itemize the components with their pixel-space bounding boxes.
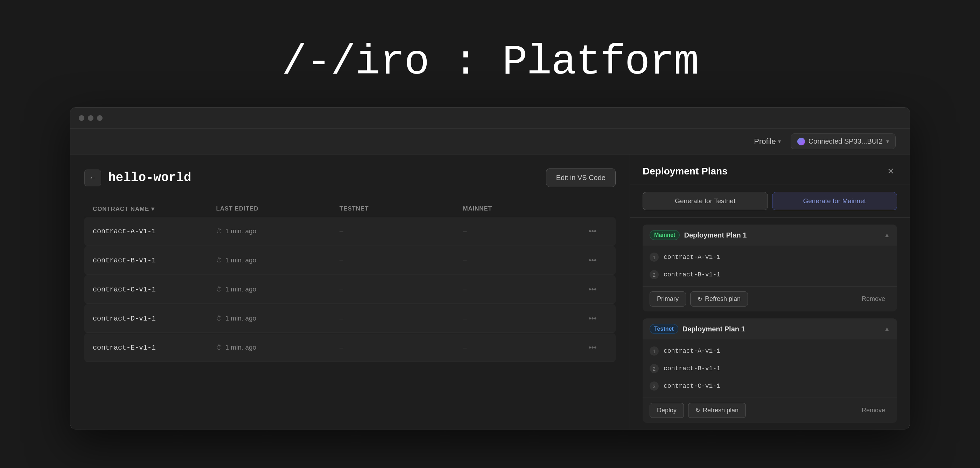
title-bar	[70, 107, 910, 129]
chevron-up-icon[interactable]: ▲	[884, 326, 890, 333]
deployment-plan-card: Mainnet Deployment Plan 1 ▲ 1 contract-A…	[643, 225, 897, 311]
mainnet-cell: –	[463, 227, 587, 235]
profile-label: Profile	[754, 137, 776, 146]
time-value: 1 min. ago	[225, 343, 256, 351]
generate-mainnet-button[interactable]: Generate for Mainnet	[772, 192, 897, 210]
last-edited-cell: ⏱ 1 min. ago	[216, 227, 340, 235]
more-options-button[interactable]: •••	[586, 283, 599, 295]
traffic-light-green[interactable]	[97, 115, 103, 121]
table-row: contract-C-v1-1 ⏱ 1 min. ago – – •••	[84, 275, 616, 304]
traffic-light-red[interactable]	[79, 115, 84, 121]
remove-button[interactable]: Remove	[857, 403, 890, 418]
contract-name-cell: contract-B-v1-1	[93, 256, 216, 265]
clock-icon: ⏱	[216, 286, 223, 293]
network-badge: Mainnet	[650, 230, 680, 240]
last-edited-cell: ⏱ 1 min. ago	[216, 256, 340, 264]
contract-number: 1	[650, 347, 659, 356]
dp-contract-item: 2 contract-B-v1-1	[643, 360, 897, 377]
dp-title: Deployment Plans	[643, 166, 728, 177]
contracts-table: contract-A-v1-1 ⏱ 1 min. ago – – ••• con…	[84, 217, 616, 362]
more-options-button[interactable]: •••	[586, 312, 599, 325]
dp-contract-name: contract-A-v1-1	[663, 254, 720, 260]
contract-number: 2	[650, 270, 659, 279]
table-row: contract-D-v1-1 ⏱ 1 min. ago – – •••	[84, 304, 616, 333]
remove-button[interactable]: Remove	[857, 292, 890, 306]
dp-card-footer: Deploy ↻ Refresh plan Remove	[643, 398, 897, 423]
clock-icon: ⏱	[216, 228, 223, 235]
col-actions	[586, 205, 607, 212]
wallet-avatar	[797, 138, 805, 145]
app-window: Profile ▾ Connected SP33...BUI2 ▾ ← hell…	[70, 107, 910, 430]
back-arrow-icon: ←	[89, 173, 97, 182]
connected-wallet-button[interactable]: Connected SP33...BUI2 ▾	[791, 133, 896, 149]
refresh-icon: ↻	[698, 295, 702, 302]
mainnet-cell: –	[463, 256, 587, 265]
last-edited-cell: ⏱ 1 min. ago	[216, 315, 340, 322]
primary-button[interactable]: Primary	[650, 291, 686, 307]
clock-icon: ⏱	[216, 344, 223, 351]
sort-arrow-icon: ▾	[151, 205, 155, 212]
contract-name-cell: contract-D-v1-1	[93, 315, 216, 323]
row-actions: •••	[586, 312, 607, 325]
refresh-plan-button[interactable]: ↻ Refresh plan	[688, 403, 746, 418]
contract-number: 2	[650, 364, 659, 373]
dp-contract-list: 1 contract-A-v1-1 2 contract-B-v1-1	[643, 246, 897, 286]
close-deployment-plans-button[interactable]: ✕	[885, 165, 897, 177]
profile-button[interactable]: Profile ▾	[750, 134, 785, 149]
row-actions: •••	[586, 341, 607, 354]
edit-vs-code-button[interactable]: Edit in VS Code	[546, 168, 616, 187]
table-row: contract-E-v1-1 ⏱ 1 min. ago – – •••	[84, 334, 616, 362]
clock-icon: ⏱	[216, 315, 223, 322]
time-value: 1 min. ago	[225, 227, 256, 235]
dp-contract-list: 1 contract-A-v1-1 2 contract-B-v1-1 3 co…	[643, 339, 897, 398]
dp-contract-item: 2 contract-B-v1-1	[643, 266, 897, 283]
more-options-button[interactable]: •••	[586, 341, 599, 354]
traffic-light-yellow[interactable]	[88, 115, 94, 121]
header-bar: Profile ▾ Connected SP33...BUI2 ▾	[70, 129, 910, 155]
more-options-button[interactable]: •••	[586, 254, 599, 267]
connected-label: Connected SP33...BUI2	[808, 137, 883, 145]
dp-card-title-group: Mainnet Deployment Plan 1	[650, 230, 746, 240]
mainnet-cell: –	[463, 286, 587, 294]
dp-contract-name: contract-A-v1-1	[663, 348, 720, 355]
row-actions: •••	[586, 283, 607, 295]
contract-name-cell: contract-A-v1-1	[93, 227, 216, 235]
deploy-button[interactable]: Deploy	[650, 403, 684, 418]
table-header: CONTRACT NAME ▾ LAST EDITED TESTNET MAIN…	[84, 201, 616, 217]
col-last-edited: LAST EDITED	[216, 205, 340, 212]
dp-contract-item: 1 contract-A-v1-1	[643, 342, 897, 360]
deployment-plan-card: Testnet Deployment Plan 1 ▲ 1 contract-A…	[643, 318, 897, 423]
hero-title: /-/iro : Platform	[282, 38, 698, 86]
dp-card-title: Deployment Plan 1	[684, 231, 746, 239]
refresh-label: Refresh plan	[705, 295, 741, 303]
dp-card-header: Mainnet Deployment Plan 1 ▲	[643, 225, 897, 246]
project-title-group: ← hello-world	[84, 169, 191, 186]
back-button[interactable]: ←	[84, 169, 101, 186]
deployment-plans-panel: Deployment Plans ✕ Generate for Testnet …	[630, 155, 910, 429]
table-row: contract-A-v1-1 ⏱ 1 min. ago – – •••	[84, 217, 616, 246]
more-options-button[interactable]: •••	[586, 225, 599, 238]
dp-card-title: Deployment Plan 1	[682, 325, 745, 333]
clock-icon: ⏱	[216, 257, 223, 264]
row-actions: •••	[586, 225, 607, 238]
time-value: 1 min. ago	[225, 315, 256, 322]
refresh-icon: ↻	[695, 407, 700, 414]
dp-contract-name: contract-B-v1-1	[663, 365, 720, 372]
dp-contract-name: contract-B-v1-1	[663, 271, 720, 278]
chevron-up-icon[interactable]: ▲	[884, 232, 890, 239]
dp-card-footer: Primary ↻ Refresh plan Remove	[643, 286, 897, 311]
generate-testnet-button[interactable]: Generate for Testnet	[643, 192, 768, 210]
refresh-plan-button[interactable]: ↻ Refresh plan	[690, 291, 748, 307]
dp-actions: Generate for Testnet Generate for Mainne…	[630, 185, 910, 217]
last-edited-cell: ⏱ 1 min. ago	[216, 286, 340, 293]
dp-content: Mainnet Deployment Plan 1 ▲ 1 contract-A…	[630, 217, 910, 429]
col-testnet: TESTNET	[339, 205, 463, 212]
row-actions: •••	[586, 254, 607, 267]
dp-header: Deployment Plans ✕	[630, 155, 910, 185]
mainnet-cell: –	[463, 315, 587, 323]
mainnet-cell: –	[463, 343, 587, 352]
dp-card-header: Testnet Deployment Plan 1 ▲	[643, 318, 897, 339]
last-edited-cell: ⏱ 1 min. ago	[216, 343, 340, 351]
table-row: contract-B-v1-1 ⏱ 1 min. ago – – •••	[84, 246, 616, 275]
testnet-cell: –	[339, 286, 463, 294]
